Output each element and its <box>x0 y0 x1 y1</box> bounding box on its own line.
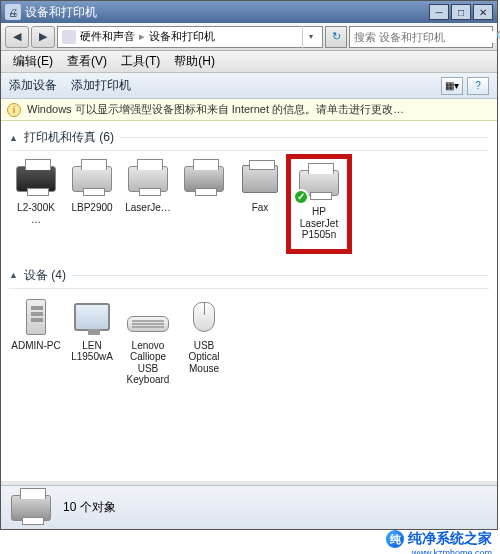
device-label: HP LaserJet P1505n <box>292 206 346 241</box>
close-button[interactable]: ✕ <box>473 4 493 20</box>
search-icon[interactable]: 🔍 <box>496 30 500 44</box>
printer-icon <box>184 166 224 192</box>
printer-icon <box>16 166 56 192</box>
device-item-default-printer[interactable]: ✓ HP LaserJet P1505n <box>289 157 349 251</box>
content-area: ▲ 打印机和传真 (6) L2-300K … LBP2900 LaserJe… <box>1 121 497 481</box>
device-label: L2-300K … <box>11 202 61 225</box>
watermark-logo-icon: 纯 <box>386 530 404 548</box>
collapse-icon: ▲ <box>9 133 18 143</box>
menu-view[interactable]: 查看(V) <box>61 51 113 72</box>
add-printer-button[interactable]: 添加打印机 <box>71 77 131 94</box>
address-bar[interactable]: 硬件和声音 ▸ 设备和打印机 ▾ <box>57 26 323 48</box>
default-check-icon: ✓ <box>293 189 309 205</box>
breadcrumb-part1[interactable]: 硬件和声音 <box>80 29 135 44</box>
menu-edit[interactable]: 编辑(E) <box>7 51 59 72</box>
forward-button[interactable]: ▶ <box>31 26 55 48</box>
watermark-brand: 纯净系统之家 <box>408 530 492 548</box>
menubar: 编辑(E) 查看(V) 工具(T) 帮助(H) <box>1 51 497 73</box>
address-dropdown[interactable]: ▾ <box>302 26 318 48</box>
device-item[interactable]: Fax <box>233 157 287 251</box>
device-label: ADMIN-PC <box>11 340 61 352</box>
printer-icon <box>72 166 112 192</box>
location-icon <box>62 30 76 44</box>
status-bar: 10 个对象 <box>1 485 497 529</box>
menu-tools[interactable]: 工具(T) <box>115 51 166 72</box>
device-label: LaserJe… <box>123 202 173 214</box>
window-title: 设备和打印机 <box>25 4 429 21</box>
group-header-devices[interactable]: ▲ 设备 (4) <box>9 261 489 289</box>
device-item[interactable]: Lenovo Calliope USB Keyboard <box>121 295 175 388</box>
refresh-button[interactable]: ↻ <box>325 26 347 48</box>
app-icon: 🖨 <box>5 4 21 20</box>
monitor-icon <box>74 303 110 331</box>
device-item[interactable]: L2-300K … <box>9 157 63 251</box>
help-button[interactable]: ? <box>467 77 489 95</box>
watermark: 纯 纯净系统之家 <box>386 530 492 548</box>
nav-toolbar: ◀ ▶ 硬件和声音 ▸ 设备和打印机 ▾ ↻ 🔍 <box>1 23 497 51</box>
back-button[interactable]: ◀ <box>5 26 29 48</box>
device-item[interactable]: ADMIN-PC <box>9 295 63 388</box>
collapse-icon: ▲ <box>9 270 18 280</box>
group-label-printers: 打印机和传真 (6) <box>24 129 114 146</box>
keyboard-icon <box>127 316 169 332</box>
device-item[interactable]: LaserJe… <box>121 157 175 251</box>
info-icon: i <box>7 103 21 117</box>
printers-group: L2-300K … LBP2900 LaserJe… Fax <box>9 157 489 251</box>
add-device-button[interactable]: 添加设备 <box>9 77 57 94</box>
device-label: LBP2900 <box>67 202 117 214</box>
menu-help[interactable]: 帮助(H) <box>168 51 221 72</box>
minimize-button[interactable]: ─ <box>429 4 449 20</box>
info-text: Windows 可以显示增强型设备图标和来自 Internet 的信息。请单击进… <box>27 102 404 117</box>
device-item[interactable]: USB Optical Mouse <box>177 295 231 388</box>
device-item[interactable]: LBP2900 <box>65 157 119 251</box>
command-toolbar: 添加设备 添加打印机 ▦▾ ? <box>1 73 497 99</box>
view-options-button[interactable]: ▦▾ <box>441 77 463 95</box>
devices-group: ADMIN-PC LEN L1950wA Lenovo Calliope USB… <box>9 295 489 388</box>
breadcrumb-part2[interactable]: 设备和打印机 <box>149 29 215 44</box>
breadcrumb-separator: ▸ <box>139 30 145 43</box>
maximize-button[interactable]: □ <box>451 4 471 20</box>
search-box[interactable]: 🔍 <box>349 26 493 48</box>
device-label: LEN L1950wA <box>67 340 117 363</box>
info-bar[interactable]: i Windows 可以显示增强型设备图标和来自 Internet 的信息。请单… <box>1 99 497 121</box>
device-item[interactable]: LEN L1950wA <box>65 295 119 388</box>
fax-icon <box>242 165 278 193</box>
status-icon <box>9 491 53 525</box>
group-header-printers[interactable]: ▲ 打印机和传真 (6) <box>9 123 489 151</box>
status-count: 10 个对象 <box>63 499 116 516</box>
device-label: Fax <box>235 202 285 214</box>
titlebar: 🖨 设备和打印机 ─ □ ✕ <box>1 1 497 23</box>
device-label: USB Optical Mouse <box>179 340 229 375</box>
group-label-devices: 设备 (4) <box>24 267 66 284</box>
device-item[interactable] <box>177 157 231 251</box>
printer-icon <box>128 166 168 192</box>
search-input[interactable] <box>350 31 496 43</box>
computer-icon <box>26 299 46 335</box>
mouse-icon <box>193 302 215 332</box>
watermark-url: www.kzmhome.com <box>412 548 492 554</box>
device-label: Lenovo Calliope USB Keyboard <box>123 340 173 386</box>
